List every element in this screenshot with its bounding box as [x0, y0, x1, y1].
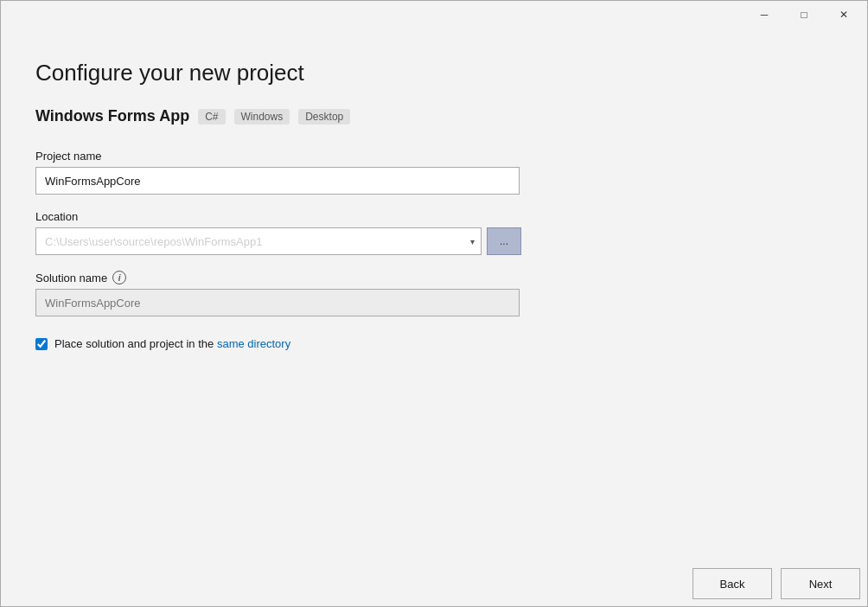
form-section: Project name Location C:\Users\user\sour…	[35, 150, 833, 350]
location-select[interactable]: C:\Users\user\source\repos\WinFormsApp1	[35, 227, 482, 255]
location-select-wrapper: C:\Users\user\source\repos\WinFormsApp1 …	[35, 227, 482, 255]
next-button[interactable]: Next	[781, 568, 860, 599]
same-directory-checkbox[interactable]	[35, 338, 48, 350]
minimize-button[interactable]: ─	[744, 1, 784, 29]
same-directory-label[interactable]: Place solution and project in the same d…	[54, 337, 290, 350]
footer: Back Next	[1, 568, 867, 606]
tag-csharp: C#	[198, 109, 225, 125]
info-icon: i	[112, 271, 126, 284]
same-directory-row: Place solution and project in the same d…	[35, 337, 833, 350]
solution-name-group: Solution name i	[35, 271, 833, 316]
spacer	[35, 350, 833, 544]
title-bar: ─ □ ✕	[1, 1, 867, 29]
tag-windows: Windows	[234, 109, 290, 125]
same-directory-link: same directory	[217, 337, 290, 350]
back-button[interactable]: Back	[692, 568, 772, 599]
close-button[interactable]: ✕	[824, 1, 864, 29]
maximize-button[interactable]: □	[784, 1, 824, 29]
location-label: Location	[35, 210, 833, 223]
project-name-group: Project name	[35, 150, 833, 195]
project-name-label: Project name	[35, 150, 833, 163]
solution-name-input[interactable]	[35, 289, 520, 316]
tag-desktop: Desktop	[298, 109, 350, 125]
location-group: Location C:\Users\user\source\repos\WinF…	[35, 210, 833, 255]
page-title: Configure your new project	[35, 60, 833, 86]
project-name-input[interactable]	[35, 167, 520, 195]
project-type-name: Windows Forms App	[35, 107, 189, 125]
content-area: Configure your new project Windows Forms…	[1, 29, 867, 568]
location-row: C:\Users\user\source\repos\WinFormsApp1 …	[35, 227, 833, 255]
solution-name-label: Solution name i	[35, 271, 833, 284]
title-bar-controls: ─ □ ✕	[744, 1, 864, 29]
main-window: ─ □ ✕ Configure your new project Windows…	[0, 0, 868, 607]
project-type-row: Windows Forms App C# Windows Desktop	[35, 107, 833, 125]
browse-button[interactable]: ...	[487, 227, 521, 255]
